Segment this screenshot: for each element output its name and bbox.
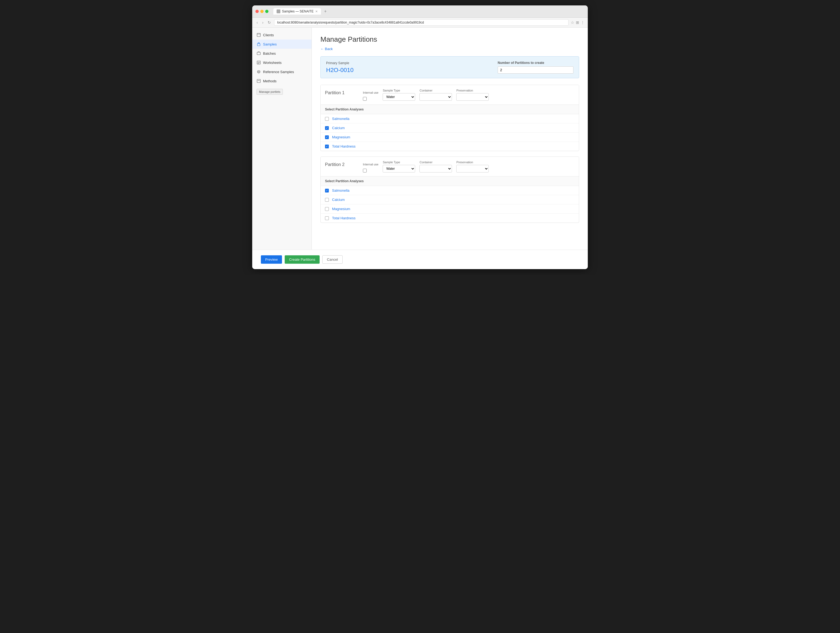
partition-1-analyses-header: Select Partition Analyses [321,105,579,114]
sidebar-item-worksheets[interactable]: Worksheets [252,58,311,67]
traffic-lights [256,10,268,13]
partition-2-analysis-magnesium: Magnesium [321,204,579,214]
menu-button[interactable]: ⋮ [581,20,584,25]
partition-1-container-select[interactable] [420,93,452,101]
methods-icon [257,79,261,83]
sidebar-methods-label: Methods [263,79,276,83]
partition-1-total-hardness-checkbox[interactable] [325,145,329,148]
partition-2-card: Partition 2 Internal use Sample Type Wat… [321,157,579,223]
partition-2-internal-use-checkbox[interactable] [363,169,367,172]
svg-rect-10 [257,79,261,82]
partition-1-sample-type-select[interactable]: Water [383,93,415,101]
back-nav-button[interactable]: ‹ [256,20,259,25]
sidebar-batches-label: Batches [263,51,276,55]
partition-2-magnesium-label: Magnesium [332,207,350,211]
sidebar-item-reference-samples[interactable]: Reference Samples [252,67,311,76]
svg-rect-3 [257,52,261,55]
sidebar-item-samples[interactable]: Samples [252,40,311,49]
reload-button[interactable]: ↻ [267,20,272,25]
manage-portlets-button[interactable]: Manage portlets [257,89,283,95]
extensions-button[interactable]: ⊞ [576,20,579,25]
forward-nav-button[interactable]: › [261,20,265,25]
sidebar-reference-samples-label: Reference Samples [263,70,294,74]
create-partitions-button[interactable]: Create Partitions [285,255,320,264]
preview-button[interactable]: Preview [261,255,282,264]
partition-2-fields: Internal use Sample Type Water Container [363,161,575,172]
partition-2-analysis-salmonella: Salmonella [321,186,579,195]
bookmark-button[interactable]: ☆ [571,20,574,25]
partition-2-internal-use-label: Internal use [363,163,378,166]
partition-1-card: Partition 1 Internal use Sample Type Wat… [321,85,579,151]
partition-1-calcium-checkbox[interactable] [325,126,329,130]
sidebar-samples-label: Samples [263,42,277,46]
sidebar-worksheets-label: Worksheets [263,61,281,65]
sidebar-item-batches[interactable]: Batches [252,49,311,58]
partition-1-internal-use-checkbox[interactable] [363,97,367,101]
partition-2-preservation-select[interactable] [456,165,489,172]
partition-1-preservation-label: Preservation [456,89,489,92]
new-tab-button[interactable]: + [324,9,327,14]
maximize-button[interactable] [265,10,268,13]
svg-rect-2 [257,44,260,46]
browser-titlebar: Samples — SENAITE ✕ + [252,5,588,17]
partition-2-magnesium-checkbox[interactable] [325,207,329,211]
svg-point-9 [258,71,259,72]
tab-close-button[interactable]: ✕ [315,10,318,13]
partition-2-sample-type-select[interactable]: Water [383,165,415,172]
samples-icon [257,42,261,46]
num-partitions-label: Number of Partitions to create [498,61,573,65]
address-bar[interactable] [274,19,568,26]
reference-samples-icon [257,70,261,74]
partition-1-salmonella-checkbox[interactable] [325,117,329,121]
partition-2-internal-use-group: Internal use [363,163,378,172]
partition-1-magnesium-checkbox[interactable] [325,135,329,139]
batches-icon [257,51,261,55]
primary-sample-info: Primary Sample H2O-0010 [326,61,354,74]
partition-2-salmonella-label: Salmonella [332,188,349,193]
partition-2-sample-type-label: Sample Type [383,161,415,164]
browser-window: Samples — SENAITE ✕ + ‹ › ↻ ☆ ⊞ ⋮ Client… [252,5,588,269]
browser-tab[interactable]: Samples — SENAITE ✕ [273,8,321,14]
partition-2-salmonella-checkbox[interactable] [325,189,329,193]
minimize-button[interactable] [261,10,264,13]
partition-1-fields: Internal use Sample Type Water Container [363,89,575,101]
primary-sample-label: Primary Sample [326,61,354,65]
action-bar: Preview Create Partitions Cancel [252,250,588,269]
partition-1-internal-use-group: Internal use [363,91,378,101]
partition-1-sample-type-label: Sample Type [383,89,415,92]
sidebar-item-methods[interactable]: Methods [252,76,311,85]
partition-2-preservation-label: Preservation [456,161,489,164]
partition-2-analysis-calcium: Calcium [321,195,579,204]
app-layout: Clients Samples Batches Worksheets [252,28,588,250]
partition-1-title: Partition 1 [325,89,357,95]
sidebar-clients-label: Clients [263,33,274,37]
sidebar: Clients Samples Batches Worksheets [252,28,312,250]
primary-sample-panel: Primary Sample H2O-0010 Number of Partit… [321,56,579,78]
partition-2-container-select[interactable] [420,165,452,172]
cancel-button[interactable]: Cancel [322,255,342,264]
partition-2-analysis-total-hardness: Total Hardness [321,214,579,223]
partition-2-sample-type-group: Sample Type Water [383,161,415,172]
partition-1-internal-use-label: Internal use [363,91,378,94]
partition-1-analysis-total-hardness: Total Hardness [321,142,579,151]
partition-1-total-hardness-label: Total Hardness [332,144,355,148]
page-title: Manage Partitions [321,35,579,44]
num-partitions-input[interactable] [498,66,573,74]
clients-icon [257,33,261,37]
close-button[interactable] [256,10,259,13]
partition-2-header: Partition 2 Internal use Sample Type Wat… [321,157,579,177]
browser-addressbar: ‹ › ↻ ☆ ⊞ ⋮ [252,17,588,28]
partition-1-sample-type-group: Sample Type Water [383,89,415,101]
num-partitions-section: Number of Partitions to create [498,61,573,74]
partition-2-calcium-checkbox[interactable] [325,198,329,202]
partition-1-preservation-select[interactable] [456,93,489,101]
partition-2-container-label: Container [420,161,452,164]
partition-1-magnesium-label: Magnesium [332,135,350,139]
partition-1-salmonella-label: Salmonella [332,117,349,121]
partition-2-calcium-label: Calcium [332,198,345,202]
sidebar-item-clients[interactable]: Clients [252,30,311,40]
svg-point-8 [257,70,260,73]
back-link[interactable]: ← Back [321,47,333,51]
tab-favicon-icon [276,9,280,13]
partition-2-total-hardness-checkbox[interactable] [325,216,329,220]
